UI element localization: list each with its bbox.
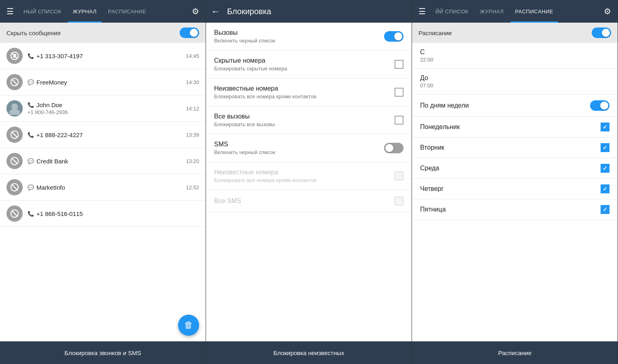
all-sms-text: Все SMS bbox=[214, 197, 241, 205]
tab-list[interactable]: ЙЙ СПИСОК bbox=[431, 0, 474, 23]
svg-line-1 bbox=[12, 53, 18, 59]
schedule-toggle-label: Расписание bbox=[418, 30, 452, 36]
schedule-toggle[interactable] bbox=[592, 28, 611, 38]
wednesday-label: Среда bbox=[420, 165, 439, 172]
item-name: 📞 +1 866-516-0115 bbox=[28, 210, 194, 217]
monday-checkbox[interactable] bbox=[601, 123, 610, 131]
gear-icon[interactable]: ⚙ bbox=[189, 3, 202, 19]
panel2-header: ← Блокировка bbox=[206, 0, 412, 23]
hide-messages-label: Скрыть сообщения bbox=[6, 30, 61, 36]
sms-icon: 💬 bbox=[28, 158, 34, 164]
block-icon bbox=[6, 153, 23, 169]
item-info: 💬 MarketInfo bbox=[28, 184, 181, 191]
unknown-sms-text: Неизвестные номера Блокировать все номер… bbox=[214, 169, 316, 183]
gear-icon[interactable]: ⚙ bbox=[601, 3, 614, 19]
item-name: 💬 Credit Bank bbox=[28, 158, 181, 165]
from-label: С bbox=[420, 49, 433, 56]
sms-icon: 💬 bbox=[28, 79, 34, 85]
menu-icon[interactable]: ☰ bbox=[415, 3, 429, 19]
hidden-checkbox[interactable] bbox=[395, 60, 404, 69]
delete-fab[interactable]: 🗑 bbox=[178, 315, 199, 336]
blocked-list: 📞 +1 313-307-4197 14:45 💬 FreeMoney 14:3… bbox=[0, 43, 206, 341]
item-info: 💬 Credit Bank bbox=[28, 158, 181, 165]
calls-toggle[interactable] bbox=[384, 31, 404, 42]
list-item[interactable]: 📞 +1 888-222-4227 13:39 bbox=[0, 122, 206, 148]
svg-line-3 bbox=[12, 79, 18, 85]
thursday-checkbox[interactable] bbox=[601, 184, 610, 193]
setting-unknown-numbers[interactable]: Неизвестные номера Блокировать все номер… bbox=[206, 78, 412, 106]
setting-hidden-numbers[interactable]: Скрытые номера Блокировать скрытые номер… bbox=[206, 51, 412, 78]
list-item[interactable]: 💬 Credit Bank 13:20 bbox=[0, 148, 206, 174]
block-icon bbox=[6, 127, 23, 143]
thursday-label: Четверг bbox=[420, 185, 444, 193]
schedule-from-text: С 22:00 bbox=[420, 49, 433, 63]
all-sms-title: Все SMS bbox=[214, 197, 241, 205]
setting-calls[interactable]: Вызовы Включить черный список bbox=[206, 23, 412, 51]
phone-icon: 📞 bbox=[28, 211, 34, 217]
setting-all-sms: Все SMS bbox=[206, 190, 412, 212]
all-calls-sub: Блокировать все вызовы bbox=[214, 121, 275, 127]
schedule-friday[interactable]: Пятница bbox=[412, 199, 618, 220]
panel1-bottom-bar: Блокировка звонков и SMS bbox=[0, 341, 206, 364]
item-time: 13:39 bbox=[186, 132, 199, 138]
tab-schedule[interactable]: РАСПИСАНИЕ bbox=[103, 0, 151, 23]
setting-sms[interactable]: SMS Включить черный список bbox=[206, 134, 412, 162]
schedule-to[interactable]: До 07:00 bbox=[412, 69, 618, 95]
item-time: 13:20 bbox=[186, 158, 199, 164]
weekday-toggle[interactable] bbox=[590, 100, 610, 111]
tab-journal[interactable]: ЖУРНАЛ bbox=[475, 0, 509, 23]
schedule-tuesday[interactable]: Вторник bbox=[412, 138, 618, 158]
friday-checkbox[interactable] bbox=[601, 205, 610, 214]
tab-schedule[interactable]: РАСПИСАНИЕ bbox=[510, 0, 558, 23]
menu-icon[interactable]: ☰ bbox=[3, 3, 17, 19]
panel3-bottom-bar: Расписание bbox=[412, 341, 618, 364]
hide-messages-toggle-row: Скрыть сообщения bbox=[0, 23, 206, 43]
schedule-wednesday[interactable]: Среда bbox=[412, 158, 618, 179]
list-item[interactable]: 📞 +1 313-307-4197 14:45 bbox=[0, 43, 206, 69]
schedule-monday[interactable]: Понедельник bbox=[412, 117, 618, 138]
panel1-bottom-label: Блокировка звонков и SMS bbox=[64, 349, 141, 356]
tuesday-checkbox[interactable] bbox=[601, 143, 610, 152]
wednesday-checkbox[interactable] bbox=[601, 164, 610, 173]
sms-toggle[interactable] bbox=[384, 143, 404, 153]
setting-all-calls[interactable]: Все вызовы Блокировать все вызовы bbox=[206, 106, 412, 134]
item-info: 💬 FreeMoney bbox=[28, 79, 181, 86]
all-calls-checkbox[interactable] bbox=[395, 116, 404, 125]
sms-title: SMS bbox=[214, 141, 275, 148]
all-sms-checkbox bbox=[395, 197, 404, 205]
back-button[interactable]: ← bbox=[209, 4, 222, 19]
tab-list[interactable]: НЫЙ СПИСОК bbox=[19, 0, 66, 23]
svg-line-7 bbox=[12, 158, 18, 164]
schedule-toggle-row: Расписание bbox=[412, 23, 618, 43]
panel-blocked-calls: ☰ НЫЙ СПИСОК ЖУРНАЛ РАСПИСАНИЕ ⚙ Скрыть … bbox=[0, 0, 206, 364]
schedule-thursday[interactable]: Четверг bbox=[412, 179, 618, 199]
unknown-checkbox[interactable] bbox=[395, 88, 404, 97]
friday-label: Пятница bbox=[420, 206, 446, 213]
hide-messages-toggle[interactable] bbox=[180, 28, 199, 38]
item-info: 📞 +1 888-222-4227 bbox=[28, 131, 181, 138]
calls-title: Вызовы bbox=[214, 29, 275, 36]
schedule-from[interactable]: С 22:00 bbox=[412, 43, 618, 69]
svg-line-5 bbox=[12, 132, 18, 138]
calls-text: Вызовы Включить черный список bbox=[214, 29, 275, 44]
panel3-nav: ☰ ЙЙ СПИСОК ЖУРНАЛ РАСПИСАНИЕ ⚙ bbox=[412, 0, 618, 23]
avatar bbox=[6, 100, 23, 116]
list-item[interactable]: 📞 John Doe +1 800-746-2936 14:12 bbox=[0, 95, 206, 122]
list-item[interactable]: 💬 MarketInfo 12:52 bbox=[0, 174, 206, 201]
list-item[interactable]: 💬 FreeMoney 14:30 bbox=[0, 69, 206, 95]
item-info: 📞 John Doe +1 800-746-2936 bbox=[28, 102, 181, 115]
unknown-sms-checkbox bbox=[395, 171, 404, 180]
hidden-sub: Блокировать скрытые номера bbox=[214, 66, 287, 72]
item-time: 14:45 bbox=[186, 53, 199, 59]
panel2-bottom-bar: Блокировка неизвестных bbox=[206, 341, 412, 364]
sms-sub: Включить черный список bbox=[214, 149, 275, 155]
schedule-by-weekday[interactable]: По дням недели bbox=[412, 95, 618, 117]
panel1-nav: ☰ НЫЙ СПИСОК ЖУРНАЛ РАСПИСАНИЕ ⚙ bbox=[0, 0, 206, 23]
tab-journal[interactable]: ЖУРНАЛ bbox=[68, 0, 102, 23]
svg-line-9 bbox=[12, 184, 18, 190]
trash-icon: 🗑 bbox=[184, 320, 193, 330]
calls-sub: Включить черный список bbox=[214, 38, 275, 44]
list-item[interactable]: 📞 +1 866-516-0115 bbox=[0, 201, 206, 227]
unknown-title: Неизвестные номера bbox=[214, 85, 316, 92]
item-sub: +1 800-746-2936 bbox=[28, 109, 181, 115]
